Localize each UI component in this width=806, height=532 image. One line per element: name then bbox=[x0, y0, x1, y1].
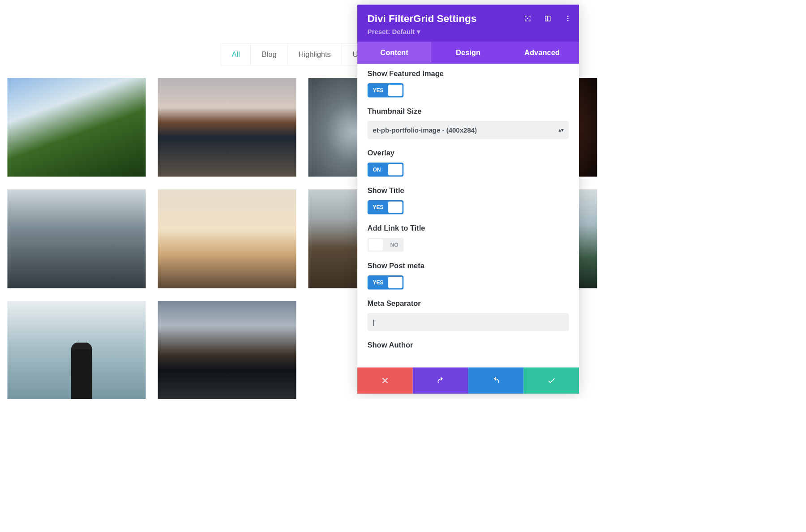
input-meta-separator[interactable] bbox=[368, 313, 569, 331]
gallery-item[interactable] bbox=[158, 189, 296, 288]
setting-show-author: Show Author bbox=[368, 341, 569, 350]
setting-label: Show Author bbox=[368, 341, 569, 350]
gallery-item[interactable] bbox=[8, 301, 146, 399]
preset-dropdown[interactable]: Preset: Default ▾ bbox=[368, 28, 420, 36]
preset-label: Preset: Default bbox=[368, 28, 415, 35]
toggle-knob bbox=[369, 239, 383, 251]
filter-tab-highlights[interactable]: Highlights bbox=[287, 44, 342, 65]
expand-icon[interactable] bbox=[524, 15, 532, 22]
toggle-text: YES bbox=[369, 275, 388, 290]
svg-rect-0 bbox=[527, 18, 528, 19]
toggle-knob bbox=[388, 202, 403, 213]
setting-show-post-meta: Show Post meta YES bbox=[368, 262, 569, 290]
gallery-item[interactable] bbox=[8, 189, 146, 288]
panel-footer bbox=[357, 368, 579, 394]
setting-add-link-to-title: Add Link to Title NO bbox=[368, 224, 569, 252]
toggle-add-link-to-title[interactable]: NO bbox=[368, 238, 404, 252]
filter-tab-all[interactable]: All bbox=[221, 44, 251, 65]
setting-label: Show Title bbox=[368, 186, 569, 195]
setting-meta-separator: Meta Separator bbox=[368, 299, 569, 331]
setting-label: Add Link to Title bbox=[368, 224, 569, 233]
close-icon bbox=[381, 376, 390, 385]
toggle-show-title[interactable]: YES bbox=[368, 200, 404, 215]
gallery-item[interactable] bbox=[158, 301, 296, 399]
panel-tabs: Content Design Advanced bbox=[357, 42, 579, 64]
toggle-show-featured-image[interactable]: YES bbox=[368, 83, 404, 98]
undo-button[interactable] bbox=[413, 368, 468, 394]
svg-point-1 bbox=[567, 16, 569, 17]
toggle-text: NO bbox=[386, 238, 403, 252]
settings-panel: Divi FilterGrid Settings Preset: Default… bbox=[357, 5, 579, 394]
setting-label: Thumbnail Size bbox=[368, 107, 569, 116]
toggle-knob bbox=[388, 164, 403, 176]
caret-down-icon: ▾ bbox=[417, 28, 420, 36]
redo-icon bbox=[492, 376, 501, 385]
more-menu-icon[interactable] bbox=[564, 15, 572, 22]
redo-button[interactable] bbox=[468, 368, 524, 394]
gallery-item[interactable] bbox=[8, 78, 146, 177]
panel-header: Divi FilterGrid Settings Preset: Default… bbox=[357, 5, 579, 42]
undo-icon bbox=[436, 376, 445, 385]
toggle-show-post-meta[interactable]: YES bbox=[368, 275, 404, 290]
setting-thumbnail-size: Thumbnail Size et-pb-portfolio-image - (… bbox=[368, 107, 569, 139]
panel-body[interactable]: Show Featured Image YES Thumbnail Size e… bbox=[357, 64, 579, 368]
setting-label: Show Featured Image bbox=[368, 69, 569, 78]
save-button[interactable] bbox=[523, 368, 579, 394]
panel-header-icons bbox=[524, 15, 572, 22]
gallery-item[interactable] bbox=[158, 78, 296, 177]
tab-content[interactable]: Content bbox=[357, 42, 431, 64]
setting-show-featured-image: Show Featured Image YES bbox=[368, 69, 569, 98]
toggle-overlay[interactable]: ON bbox=[368, 163, 404, 177]
toggle-knob bbox=[388, 277, 403, 288]
setting-label: Show Post meta bbox=[368, 262, 569, 270]
toggle-text: YES bbox=[369, 200, 388, 215]
setting-label: Meta Separator bbox=[368, 299, 569, 308]
tab-design[interactable]: Design bbox=[431, 42, 505, 64]
filter-tabs: All Blog Highlights Up bbox=[221, 44, 373, 65]
select-thumbnail-size[interactable]: et-pb-portfolio-image - (400x284) ▴▾ bbox=[368, 121, 569, 139]
setting-label: Overlay bbox=[368, 149, 569, 158]
filter-tab-blog[interactable]: Blog bbox=[251, 44, 288, 65]
select-caret-icon: ▴▾ bbox=[558, 127, 564, 133]
svg-point-2 bbox=[567, 18, 569, 19]
cancel-button[interactable] bbox=[357, 368, 413, 394]
tab-advanced[interactable]: Advanced bbox=[505, 42, 579, 64]
setting-overlay: Overlay ON bbox=[368, 149, 569, 177]
toggle-text: YES bbox=[369, 83, 388, 98]
svg-point-3 bbox=[567, 20, 569, 21]
select-value: et-pb-portfolio-image - (400x284) bbox=[373, 126, 477, 134]
toggle-text: ON bbox=[369, 163, 385, 177]
check-icon bbox=[547, 376, 556, 385]
toggle-knob bbox=[388, 85, 403, 96]
setting-show-title: Show Title YES bbox=[368, 186, 569, 215]
panel-layout-icon[interactable] bbox=[544, 15, 552, 22]
